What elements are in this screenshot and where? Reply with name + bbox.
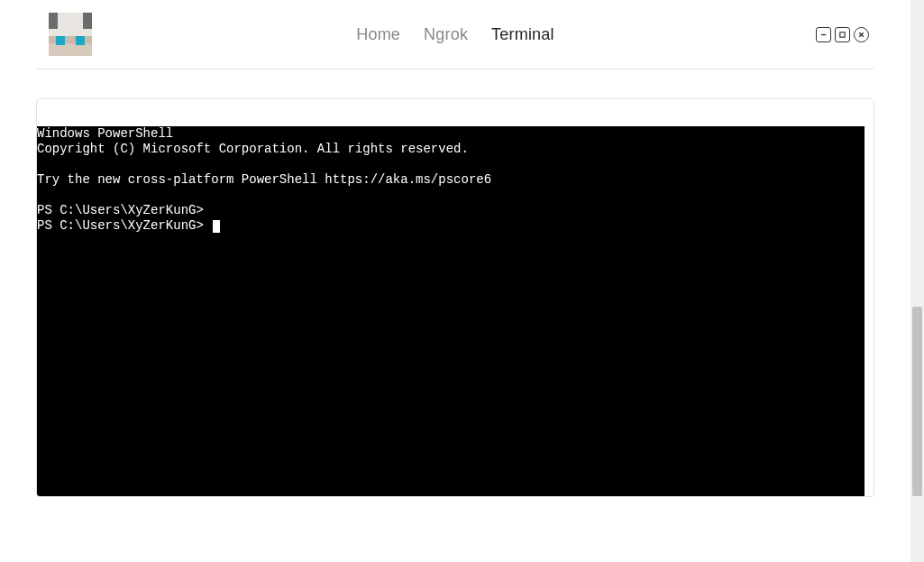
terminal-line: Copyright (C) Microsoft Corporation. All…: [37, 142, 469, 156]
logo-avatar[interactable]: [49, 13, 92, 56]
terminal-window: Windows PowerShell Copyright (C) Microso…: [36, 98, 874, 497]
terminal-line: PS C:\Users\XyZerKunG>: [37, 203, 204, 217]
page-scrollbar-track[interactable]: [910, 0, 924, 562]
terminal-cursor: [213, 220, 220, 233]
close-icon: [857, 31, 865, 39]
maximize-button[interactable]: [835, 27, 850, 42]
terminal-titlebar[interactable]: [37, 99, 874, 126]
minimize-icon: [819, 31, 828, 39]
terminal-body[interactable]: Windows PowerShell Copyright (C) Microso…: [37, 126, 865, 496]
terminal-line: Try the new cross-platform PowerShell ht…: [37, 172, 491, 187]
nav-home[interactable]: Home: [356, 25, 400, 44]
nav-ngrok[interactable]: Ngrok: [424, 25, 468, 44]
terminal-line: Windows PowerShell: [37, 126, 173, 141]
close-button[interactable]: [854, 27, 869, 42]
minimize-button[interactable]: [816, 27, 831, 42]
main-nav: Home Ngrok Terminal: [356, 25, 553, 44]
svg-rect-1: [840, 32, 845, 36]
header: Home Ngrok Terminal: [36, 0, 874, 69]
page-scrollbar-thumb[interactable]: [912, 307, 922, 496]
window-controls: [816, 27, 869, 42]
maximize-icon: [838, 31, 846, 39]
terminal-prompt: PS C:\Users\XyZerKunG>: [37, 218, 211, 233]
nav-terminal[interactable]: Terminal: [491, 25, 554, 44]
